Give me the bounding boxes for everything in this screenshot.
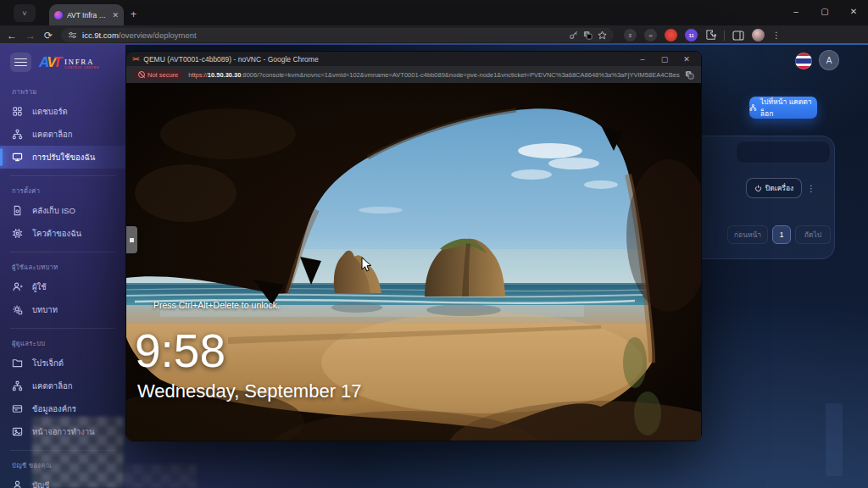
sidebar-item-roles[interactable]: บทบาท bbox=[0, 298, 125, 321]
catalog-sitemap-icon bbox=[12, 380, 23, 391]
org-card-icon bbox=[12, 403, 23, 414]
window-controls: – ▢ ✕ bbox=[782, 0, 868, 22]
unlock-message: Press Ctrl+Alt+Delete to unlock. bbox=[153, 300, 280, 310]
sidebar-item-label: แคตตาล็อก bbox=[32, 380, 72, 392]
account-user-icon bbox=[12, 480, 23, 488]
user-avatar[interactable]: A bbox=[819, 50, 839, 70]
site-settings-icon[interactable] bbox=[68, 30, 77, 40]
extensions-puzzle-icon[interactable] bbox=[705, 30, 716, 41]
browser-menu-kebab-icon[interactable]: ⋮ bbox=[772, 31, 781, 40]
url-path: /overview/deployment bbox=[119, 30, 197, 40]
power-icon bbox=[754, 185, 762, 192]
pagination-next-button[interactable]: ถัดไป bbox=[795, 225, 831, 244]
sidebar-item-label: บทบาท bbox=[32, 303, 58, 316]
monitor-icon bbox=[12, 152, 23, 163]
reader-extension-icon[interactable]: ≡ bbox=[624, 29, 637, 42]
vnc-close-button[interactable]: ✕ bbox=[678, 55, 695, 64]
tab-close-icon[interactable]: ✕ bbox=[112, 11, 119, 19]
reload-button[interactable]: ⟳ bbox=[44, 30, 53, 41]
password-key-icon[interactable] bbox=[569, 30, 578, 40]
address-bar[interactable]: icc.9t.com/overview/deployment A bbox=[61, 28, 614, 42]
sidebar-item-my-quota[interactable]: โควต้าของฉัน bbox=[0, 222, 125, 245]
not-secure-badge[interactable]: Not secure bbox=[133, 69, 183, 80]
go-to-catalog-button[interactable]: ไปที่หน้า แคตตาล็อก bbox=[749, 97, 817, 119]
sidebar-section-admin: ผู้ดูแลระบบ bbox=[0, 329, 125, 352]
vnc-url-scheme: https:// bbox=[188, 71, 208, 79]
lockscreen-time: 9:58 bbox=[135, 324, 225, 378]
recording-indicator-icon[interactable] bbox=[665, 29, 677, 42]
tab-title: AVT Infra Control Center bbox=[67, 11, 108, 19]
quota-chip-icon bbox=[12, 228, 23, 239]
language-flag-thai[interactable] bbox=[795, 53, 812, 69]
shutdown-button[interactable]: ปิดเครื่อง bbox=[746, 178, 802, 198]
window-close-button[interactable]: ✕ bbox=[839, 7, 868, 16]
brand-letter: T bbox=[53, 55, 62, 69]
workspace-image-icon bbox=[12, 426, 23, 437]
tab-search-button[interactable]: ˅ bbox=[14, 4, 36, 22]
sidebar-item-users[interactable]: ผู้ใช้ bbox=[0, 275, 125, 298]
pagination-page-number[interactable]: 1 bbox=[772, 225, 791, 244]
catalog-sitemap-icon bbox=[12, 129, 23, 140]
counter-extension-icon[interactable]: 11 bbox=[685, 29, 698, 42]
browser-profile-avatar[interactable] bbox=[752, 29, 765, 42]
brand-tagline: CONTROL CENTER bbox=[64, 67, 99, 70]
screen: ˅ AVT Infra Control Center ✕ + – ▢ ✕ ← →… bbox=[0, 0, 868, 488]
vnc-url-rest: :8006/?console=kvm&novnc=1&vmid=102&vmna… bbox=[241, 71, 680, 79]
browser-tab[interactable]: AVT Infra Control Center ✕ bbox=[49, 4, 124, 25]
sidebar-section-users-roles: ผู้ใช้และบทบาท bbox=[0, 252, 125, 275]
row-kebab-menu[interactable]: ⋮ bbox=[805, 179, 817, 197]
shutdown-label: ปิดเครื่อง bbox=[765, 182, 793, 194]
sidebar-item-my-deployments[interactable]: การปรับใช้ของฉัน bbox=[0, 146, 125, 169]
window-maximize-button[interactable]: ▢ bbox=[810, 7, 839, 16]
translate-icon[interactable]: A bbox=[583, 30, 593, 40]
user-icon bbox=[12, 281, 23, 292]
censored-region bbox=[124, 464, 197, 488]
new-tab-button[interactable]: + bbox=[131, 8, 136, 20]
sidebar-section-overview: ภาพรวม bbox=[0, 77, 125, 100]
url-host: icc.9t.com bbox=[82, 30, 119, 40]
glow-strip bbox=[826, 403, 843, 476]
sidebar-item-catalog[interactable]: แคตตาล็อก bbox=[0, 123, 125, 146]
not-secure-label: Not secure bbox=[147, 71, 178, 79]
window-minimize-button[interactable]: – bbox=[782, 7, 810, 16]
vnc-window-title: QEMU (AVT0001-c4bb089) - noVNC - Google … bbox=[143, 55, 629, 64]
vnc-url-host: 10.50.30.30 bbox=[208, 71, 242, 79]
dashboard-grid-icon bbox=[12, 106, 23, 117]
mouse-cursor bbox=[361, 257, 372, 273]
vnc-minimize-button[interactable]: – bbox=[634, 55, 651, 64]
censored-region bbox=[32, 417, 124, 488]
sidebar-item-iso-storage[interactable]: คลังเก็บ ISO bbox=[0, 199, 125, 222]
roles-gear-icon bbox=[12, 304, 23, 315]
sidebar-item-label: แคตตาล็อก bbox=[32, 128, 72, 141]
sidebar-section-settings: การตั้งค่า bbox=[0, 176, 125, 199]
vnc-maximize-button[interactable]: ▢ bbox=[656, 55, 673, 64]
sidebar-item-dashboard[interactable]: แดชบอร์ด bbox=[0, 100, 125, 123]
back-button[interactable]: ← bbox=[7, 30, 17, 41]
vnc-titlebar[interactable]: >< QEMU (AVT0001-c4bb089) - noVNC - Goog… bbox=[126, 52, 701, 66]
browser-toolbar: ← → ⟳ icc.9t.com/overview/deployment A bbox=[0, 25, 868, 45]
side-panel-icon[interactable] bbox=[732, 30, 744, 41]
sidebar-item-admin-catalog[interactable]: แคตตาล็อก bbox=[0, 374, 125, 397]
novnc-favicon: >< bbox=[132, 55, 138, 63]
sidebar-item-label: แดชบอร์ด bbox=[32, 105, 68, 118]
pagination-prev-button[interactable]: ก่อนหน้า bbox=[727, 225, 768, 244]
vnc-address-bar[interactable]: Not secure https://10.50.30.30:8006/?con… bbox=[126, 66, 701, 83]
sidebar-item-label: ผู้ใช้ bbox=[32, 280, 47, 293]
vnc-canvas[interactable]: Press Ctrl+Alt+Delete to unlock. 9:58 We… bbox=[126, 83, 701, 441]
browser-tabstrip: ˅ AVT Infra Control Center ✕ + – ▢ ✕ bbox=[0, 0, 868, 25]
bookmark-star-icon[interactable] bbox=[598, 30, 607, 40]
not-secure-icon bbox=[138, 71, 145, 78]
sidebar-item-label: โควต้าของฉัน bbox=[32, 227, 81, 240]
folder-icon bbox=[12, 358, 23, 369]
vnc-url-text: https://10.50.30.30:8006/?console=kvm&no… bbox=[188, 71, 680, 79]
sidebar-item-label: การปรับใช้ของฉัน bbox=[32, 151, 95, 164]
link-extension-icon[interactable]: ∞ bbox=[644, 29, 657, 42]
forward-button[interactable]: → bbox=[25, 30, 36, 41]
sidebar-item-label: ข้อมูลองค์กร bbox=[32, 402, 76, 415]
translate-icon[interactable]: A bbox=[685, 70, 694, 80]
panel-search-bar[interactable] bbox=[736, 141, 831, 164]
novnc-control-handle[interactable] bbox=[126, 226, 137, 253]
sidebar-item-projects[interactable]: โปรเจ็กต์ bbox=[0, 352, 125, 374]
hamburger-menu-button[interactable] bbox=[10, 53, 31, 72]
extensions-row: ≡ ∞ 11 ⋮ bbox=[624, 29, 781, 42]
